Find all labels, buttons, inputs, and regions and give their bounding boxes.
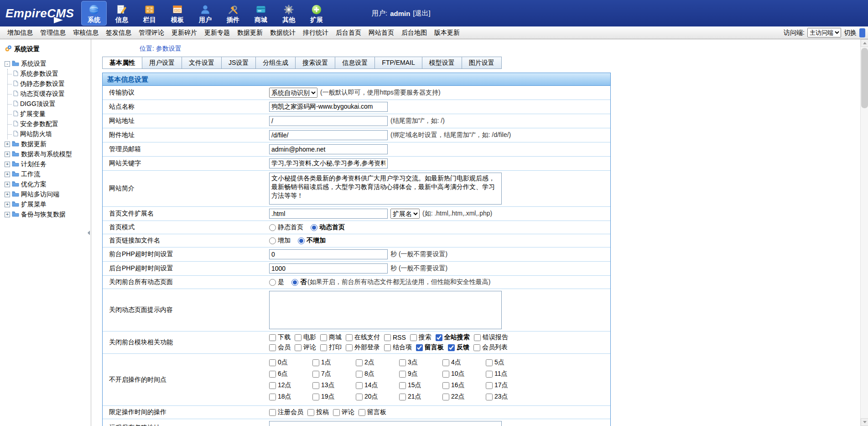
scrollbar-thumb[interactable] [861,48,868,108]
checkbox[interactable] [269,371,276,378]
checkbox[interactable] [295,334,301,341]
admin-email-input[interactable] [269,144,388,154]
checkbox[interactable] [442,382,449,389]
hour-13-checkbox[interactable]: 13点 [312,381,356,389]
checkbox[interactable] [416,344,423,351]
radio[interactable] [269,237,276,244]
module-download-checkbox[interactable]: 下载 [269,333,291,342]
radio[interactable] [291,279,298,286]
checkbox[interactable] [312,382,319,389]
hour-19-checkbox[interactable]: 19点 [312,393,356,401]
checkbox[interactable] [442,394,449,400]
checkbox[interactable] [486,394,493,400]
sidebar-collapse-handle[interactable] [87,217,91,249]
tree-item-dynamic-cache[interactable]: 动态页缓存设置 [20,90,65,98]
tree-item-optimize[interactable]: 优化方案 [21,180,47,189]
module-print-checkbox[interactable]: 打印 [320,343,342,352]
top-menu-item-user[interactable]: 用户 [192,1,218,26]
checkbox[interactable] [320,334,327,341]
module-member-checkbox[interactable]: 会员 [269,343,291,352]
module-search-checkbox[interactable]: 搜索 [410,333,431,342]
tree-expand-toggle[interactable]: + [5,142,10,147]
nav-edge-button[interactable] [859,28,865,37]
checkbox[interactable] [399,359,406,366]
hour-11-checkbox[interactable]: 11点 [486,370,529,378]
limit-comment-checkbox[interactable]: 评论 [333,408,354,416]
module-external-login-checkbox[interactable]: 外部登录 [346,343,380,352]
tab-basic[interactable]: 基本属性 [102,57,142,69]
module-rss-checkbox[interactable]: RSS [384,334,406,341]
checkbox[interactable] [269,382,276,389]
keywords-input[interactable] [269,158,388,168]
tab-model-settings[interactable]: 模型设置 [422,57,462,69]
tree-item-extend-vars[interactable]: 扩展变量 [20,110,46,118]
tree-item-rewrite-params[interactable]: 伪静态参数设置 [20,80,65,88]
checkbox[interactable] [312,359,319,366]
tree-expand-toggle[interactable]: + [5,182,10,187]
hour-23-checkbox[interactable]: 23点 [486,393,529,401]
protocol-select[interactable]: 系统自动识别 [269,88,317,98]
module-sitesearch-checkbox[interactable]: 全站搜索 [436,333,470,342]
nav-item-version-update[interactable]: 版本更新 [431,29,463,37]
tree-item-cron-tasks[interactable]: 计划任务 [21,160,47,168]
radio[interactable] [269,224,276,231]
module-comment-checkbox[interactable]: 评论 [295,343,316,352]
checkbox[interactable] [442,359,449,366]
nav-item-data-stats[interactable]: 数据统计 [266,29,299,37]
checkbox[interactable] [399,371,406,378]
top-menu-item-template[interactable]: 模板 [165,1,190,26]
checkbox[interactable] [295,344,301,351]
tab-ftp-email[interactable]: FTP/EMAIL [374,57,422,69]
hour-2-checkbox[interactable]: 2点 [356,358,399,367]
top-menu-item-column[interactable]: 栏目 [137,1,162,26]
checkbox[interactable] [320,344,327,351]
close-dynamic-no-radio[interactable]: 否 [291,278,307,286]
limit-register-checkbox[interactable]: 注册会员 [269,408,303,416]
checkbox[interactable] [436,334,442,341]
module-movie-checkbox[interactable]: 电影 [295,333,316,342]
hour-4-checkbox[interactable]: 4点 [442,358,486,367]
module-error-report-checkbox[interactable]: 错误报告 [474,333,508,342]
checkbox[interactable] [399,394,406,400]
checkbox[interactable] [442,371,449,378]
nav-item-admin-home[interactable]: 后台首页 [332,29,365,37]
module-guestbook-checkbox[interactable]: 留言板 [416,343,444,352]
hour-8-checkbox[interactable]: 8点 [356,370,399,378]
tree-item-tables-models[interactable]: 数据表与系统模型 [21,150,72,158]
tab-info-settings[interactable]: 信息设置 [335,57,375,69]
module-combine-checkbox[interactable]: 结合项 [384,343,412,352]
top-menu-item-shop[interactable]: 商城 [248,1,274,26]
checkbox[interactable] [333,409,340,416]
checkbox[interactable] [359,409,365,416]
module-payment-checkbox[interactable]: 在线支付 [346,333,380,342]
limit-guestbook-checkbox[interactable]: 留言板 [359,408,386,416]
checkbox[interactable] [312,394,319,400]
module-feedback-checkbox[interactable]: 反馈 [448,343,469,352]
radio[interactable] [311,224,317,231]
site-url-input[interactable] [269,116,388,126]
back-timeout-input[interactable] [269,263,388,273]
add-filename-radio[interactable]: 增加 [269,237,291,245]
hour-15-checkbox[interactable]: 15点 [399,381,442,389]
checkbox[interactable] [399,382,406,389]
hour-22-checkbox[interactable]: 22点 [442,393,486,401]
scroll-up-button[interactable] [861,39,868,47]
nav-item-update-fragment[interactable]: 更新碎片 [168,29,201,37]
hour-17-checkbox[interactable]: 17点 [486,381,529,389]
hour-10-checkbox[interactable]: 10点 [442,370,486,378]
tree-expand-toggle[interactable]: + [5,202,10,207]
checkbox[interactable] [384,344,391,351]
tree-item-extend-menu[interactable]: 扩展菜单 [21,200,47,209]
attach-url-input[interactable] [269,130,388,140]
vertical-scrollbar[interactable] [860,39,868,426]
ext-preset-select[interactable]: 扩展名 [390,209,420,219]
nav-item-add-info[interactable]: 增加信息 [4,29,36,37]
tree-item-firewall[interactable]: 网站防火墙 [20,130,52,138]
nav-item-sign-info[interactable]: 签发信息 [102,29,135,37]
tab-image-settings[interactable]: 图片设置 [462,57,502,69]
checkbox[interactable] [269,409,276,416]
hour-5-checkbox[interactable]: 5点 [486,358,529,367]
tree-item-system-settings[interactable]: 系统设置 [21,60,47,68]
checkbox[interactable] [486,371,493,378]
hour-7-checkbox[interactable]: 7点 [312,370,356,378]
